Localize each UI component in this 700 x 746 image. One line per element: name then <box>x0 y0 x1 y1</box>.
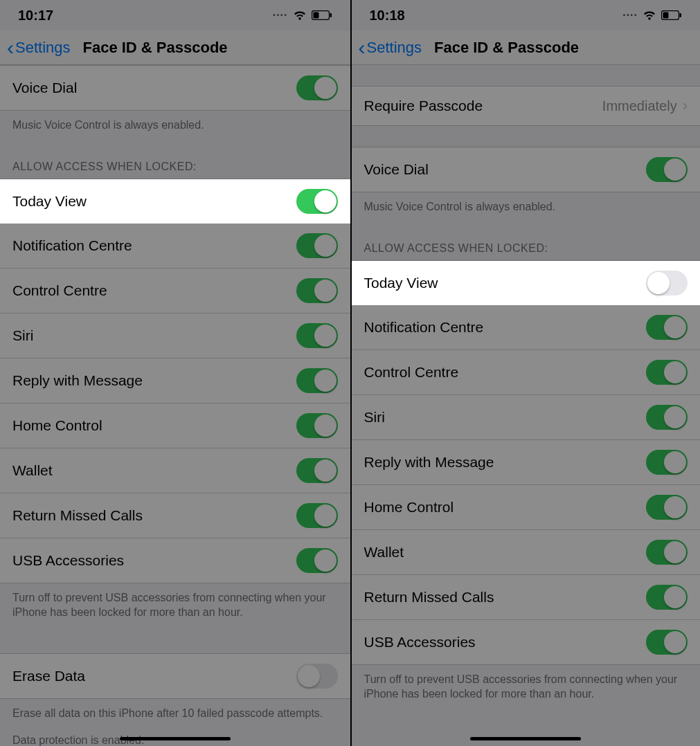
toggle-return-missed-calls[interactable] <box>646 585 688 610</box>
row-require-passcode[interactable]: Require Passcode Immediately › <box>352 87 701 125</box>
row-value: Immediately <box>602 98 677 114</box>
row-control-centre[interactable]: Control Centre <box>0 269 350 313</box>
row-siri[interactable]: Siri <box>352 395 701 440</box>
row-label: Voice Dial <box>364 161 647 178</box>
chevron-right-icon: › <box>683 97 688 115</box>
cellular-dots-icon: ···· <box>273 9 288 21</box>
toggle-return-missed-calls[interactable] <box>296 503 338 528</box>
voice-dial-footer: Music Voice Control is always enabled. <box>0 111 350 145</box>
phone-right: 10:18 ···· ‹ Settings Face ID & Passcode… <box>350 0 701 746</box>
row-label: Reply with Message <box>364 454 647 471</box>
phone-left: 10:17 ···· ‹ Settings Face ID & Passcode… <box>0 0 350 746</box>
svg-rect-5 <box>680 13 682 17</box>
row-label: Siri <box>12 327 296 344</box>
row-label: USB Accessories <box>12 552 296 569</box>
row-wallet[interactable]: Wallet <box>352 530 701 575</box>
allow-access-header: ALLOW ACCESS WHEN LOCKED: <box>352 227 701 260</box>
battery-icon <box>661 10 682 20</box>
status-bar: 10:18 ···· <box>352 0 701 30</box>
toggle-usb-accessories[interactable] <box>646 630 688 655</box>
row-home-control[interactable]: Home Control <box>0 403 350 448</box>
row-label: Erase Data <box>12 668 296 684</box>
cellular-dots-icon: ···· <box>622 9 638 21</box>
row-label: Today View <box>364 275 647 291</box>
back-button[interactable]: Settings <box>367 39 422 57</box>
toggle-notification-centre[interactable] <box>646 315 688 340</box>
wifi-icon <box>642 10 657 21</box>
usb-footer: Turn off to prevent USB accessories from… <box>0 583 350 633</box>
battery-icon <box>312 10 332 20</box>
row-label: Return Missed Calls <box>364 589 647 606</box>
toggle-home-control[interactable] <box>296 413 338 438</box>
back-chevron-icon[interactable]: ‹ <box>359 37 366 58</box>
toggle-siri[interactable] <box>296 323 338 348</box>
group-allow-access: Today View Notification CentreControl Ce… <box>352 260 701 665</box>
row-siri[interactable]: Siri <box>0 313 350 358</box>
row-label: Wallet <box>12 462 296 479</box>
back-button[interactable]: Settings <box>15 39 71 57</box>
row-return-missed-calls[interactable]: Return Missed Calls <box>352 575 701 620</box>
row-return-missed-calls[interactable]: Return Missed Calls <box>0 493 350 538</box>
row-label: Control Centre <box>364 364 647 381</box>
row-voice-dial[interactable]: Voice Dial <box>0 66 350 110</box>
toggle-control-centre[interactable] <box>646 360 688 385</box>
toggle-today-view[interactable] <box>646 271 688 295</box>
svg-rect-4 <box>663 12 669 19</box>
allow-access-header: ALLOW ACCESS WHEN LOCKED: <box>0 145 350 179</box>
toggle-voice-dial[interactable] <box>296 75 338 100</box>
toggle-wallet[interactable] <box>296 458 338 483</box>
nav-header: ‹ Settings Face ID & Passcode <box>0 30 350 65</box>
row-notification-centre[interactable]: Notification Centre <box>352 305 701 350</box>
row-voice-dial[interactable]: Voice Dial <box>352 147 701 192</box>
status-time: 10:17 <box>18 8 53 24</box>
toggle-reply-with-message[interactable] <box>296 368 338 393</box>
row-label: Today View <box>12 193 296 210</box>
row-reply-with-message[interactable]: Reply with Message <box>0 358 350 403</box>
svg-rect-2 <box>330 13 332 17</box>
toggle-voice-dial[interactable] <box>646 157 688 182</box>
status-time: 10:18 <box>370 8 405 24</box>
home-indicator[interactable] <box>120 737 231 740</box>
toggle-control-centre[interactable] <box>296 278 338 303</box>
toggle-today-view[interactable] <box>296 189 338 214</box>
row-label: Return Missed Calls <box>12 507 296 524</box>
row-label: USB Accessories <box>364 634 647 651</box>
row-erase-data[interactable]: Erase Data <box>0 654 350 698</box>
row-control-centre[interactable]: Control Centre <box>352 350 701 395</box>
row-today-view[interactable]: Today View <box>0 179 350 224</box>
toggle-reply-with-message[interactable] <box>646 450 688 475</box>
status-bar: 10:17 ···· <box>0 0 350 30</box>
nav-header: ‹ Settings Face ID & Passcode <box>352 30 701 65</box>
group-erase: Erase Data <box>0 653 350 699</box>
voice-dial-footer: Music Voice Control is always enabled. <box>352 192 701 227</box>
toggle-erase-data[interactable] <box>296 664 338 689</box>
row-label: Notification Centre <box>12 237 296 254</box>
toggle-usb-accessories[interactable] <box>296 548 338 573</box>
wifi-icon <box>292 10 307 21</box>
row-usb-accessories[interactable]: USB Accessories <box>0 538 350 583</box>
row-label: Require Passcode <box>364 98 602 114</box>
row-label: Home Control <box>12 417 296 434</box>
page-title: Face ID & Passcode <box>83 39 228 57</box>
row-label: Reply with Message <box>12 372 296 389</box>
row-usb-accessories[interactable]: USB Accessories <box>352 620 701 664</box>
row-label: Siri <box>364 409 647 426</box>
status-icons: ···· <box>622 9 682 21</box>
row-notification-centre[interactable]: Notification Centre <box>0 224 350 269</box>
toggle-home-control[interactable] <box>646 495 688 520</box>
row-label: Voice Dial <box>12 80 296 96</box>
page-title: Face ID & Passcode <box>434 39 579 57</box>
home-indicator[interactable] <box>470 737 581 740</box>
row-reply-with-message[interactable]: Reply with Message <box>352 440 701 485</box>
group-voice-dial: Voice Dial <box>352 147 701 192</box>
svg-rect-1 <box>313 12 318 19</box>
row-home-control[interactable]: Home Control <box>352 485 701 530</box>
row-label: Control Centre <box>12 282 296 299</box>
back-chevron-icon[interactable]: ‹ <box>7 37 14 58</box>
row-wallet[interactable]: Wallet <box>0 448 350 493</box>
toggle-siri[interactable] <box>646 405 688 430</box>
row-label: Notification Centre <box>364 319 647 336</box>
toggle-notification-centre[interactable] <box>296 233 338 258</box>
row-today-view[interactable]: Today View <box>352 261 701 305</box>
toggle-wallet[interactable] <box>646 540 688 565</box>
